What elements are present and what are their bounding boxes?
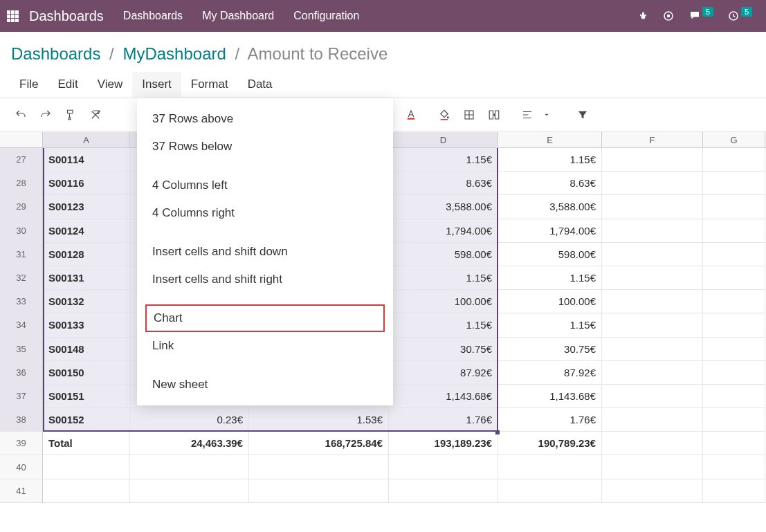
undo-button[interactable] xyxy=(10,104,32,126)
row-number[interactable]: 33 xyxy=(0,290,43,313)
select-all-corner[interactable] xyxy=(0,132,43,147)
fill-color-button[interactable] xyxy=(433,104,455,126)
menu-format[interactable]: Format xyxy=(181,72,238,97)
cell[interactable]: 190,789.23€ xyxy=(498,432,602,455)
cell[interactable]: 598.00€ xyxy=(389,243,498,266)
cell[interactable] xyxy=(602,290,703,313)
cell[interactable]: Total xyxy=(43,432,130,455)
row-number[interactable]: 27 xyxy=(0,148,43,172)
cell[interactable] xyxy=(703,243,765,266)
cell[interactable] xyxy=(249,455,389,479)
insert-new-sheet[interactable]: New sheet xyxy=(137,371,393,398)
cell[interactable]: 1.15€ xyxy=(498,266,602,290)
cell[interactable]: 168,725.84€ xyxy=(249,432,389,455)
nav-configuration[interactable]: Configuration xyxy=(293,10,359,22)
bug-icon[interactable] xyxy=(636,10,648,22)
menu-insert[interactable]: Insert xyxy=(132,72,181,97)
row-number[interactable]: 35 xyxy=(0,338,43,361)
clock-icon[interactable]: 5 xyxy=(727,10,752,22)
cell[interactable]: 1.15€ xyxy=(498,313,602,337)
cell[interactable] xyxy=(703,313,765,337)
row-number[interactable]: 36 xyxy=(0,361,43,385)
row-number[interactable]: 40 xyxy=(0,455,43,479)
cell[interactable]: S00116 xyxy=(43,172,130,195)
cell[interactable]: 1,794.00€ xyxy=(389,219,498,243)
cell[interactable]: 8.63€ xyxy=(498,172,602,195)
cell[interactable]: 1,143.68€ xyxy=(498,385,602,408)
cell[interactable] xyxy=(602,432,703,455)
cell[interactable]: S00150 xyxy=(43,361,130,385)
cell[interactable] xyxy=(703,266,765,290)
clear-format-button[interactable] xyxy=(84,104,107,126)
cell[interactable]: S00151 xyxy=(43,385,130,408)
cell[interactable] xyxy=(703,195,765,219)
cell[interactable]: S00131 xyxy=(43,266,130,290)
col-header-A[interactable]: A xyxy=(43,132,130,147)
row-number[interactable]: 38 xyxy=(0,408,43,432)
cell[interactable]: 1.76€ xyxy=(498,408,602,432)
borders-button[interactable] xyxy=(458,104,480,126)
cell[interactable]: 1.15€ xyxy=(389,266,498,290)
cell[interactable]: S00128 xyxy=(43,243,130,266)
cell[interactable]: 1.15€ xyxy=(389,148,498,172)
cell[interactable] xyxy=(602,219,703,243)
cell[interactable]: 100.00€ xyxy=(498,290,602,313)
cell[interactable]: 1,794.00€ xyxy=(498,219,602,243)
cell[interactable] xyxy=(602,172,703,195)
insert-shift-right[interactable]: Insert cells and shift right xyxy=(137,266,393,293)
cell[interactable] xyxy=(602,455,703,479)
nav-dashboards[interactable]: Dashboards xyxy=(123,10,183,22)
cell[interactable] xyxy=(389,479,498,503)
cell[interactable]: 1.76€ xyxy=(389,408,498,432)
insert-rows-above[interactable]: 37 Rows above xyxy=(137,105,393,133)
cell[interactable] xyxy=(389,455,498,479)
cell[interactable] xyxy=(703,432,765,455)
insert-cols-left[interactable]: 4 Columns left xyxy=(137,172,393,199)
cell[interactable]: 3,588.00€ xyxy=(389,195,498,219)
insert-link[interactable]: Link xyxy=(137,332,393,360)
cell[interactable]: 100.00€ xyxy=(389,290,498,313)
cell[interactable]: S00148 xyxy=(43,338,130,361)
cell[interactable]: 0.23€ xyxy=(130,408,249,432)
cell[interactable] xyxy=(602,313,703,337)
insert-chart[interactable]: Chart xyxy=(145,304,385,332)
row-number[interactable]: 37 xyxy=(0,385,43,408)
row-number[interactable]: 31 xyxy=(0,243,43,266)
menu-data[interactable]: Data xyxy=(238,72,282,97)
cell[interactable] xyxy=(602,408,703,432)
menu-edit[interactable]: Edit xyxy=(48,72,87,97)
cell[interactable]: 1.15€ xyxy=(389,313,498,337)
row-number[interactable]: 29 xyxy=(0,195,43,219)
cell[interactable] xyxy=(703,172,765,195)
cell[interactable]: 1,143.68€ xyxy=(389,385,498,408)
cell[interactable] xyxy=(703,219,765,243)
apps-grid-icon[interactable] xyxy=(7,10,21,22)
redo-button[interactable] xyxy=(35,104,57,126)
cell[interactable]: 87.92€ xyxy=(498,361,602,385)
cell[interactable]: S00114 xyxy=(43,148,130,172)
row-number[interactable]: 32 xyxy=(0,266,43,290)
cell[interactable]: S00132 xyxy=(43,290,130,313)
messages-icon[interactable]: 5 xyxy=(689,10,713,22)
insert-shift-down[interactable]: Insert cells and shift down xyxy=(137,238,393,266)
row-number[interactable]: 41 xyxy=(0,479,43,503)
cell[interactable] xyxy=(602,361,703,385)
cell[interactable] xyxy=(130,479,249,503)
cell[interactable] xyxy=(602,479,703,503)
cell[interactable]: 30.75€ xyxy=(389,338,498,361)
row-number[interactable]: 28 xyxy=(0,172,43,195)
cell[interactable]: 8.63€ xyxy=(389,172,498,195)
cell[interactable] xyxy=(703,148,765,172)
col-header-G[interactable]: G xyxy=(703,132,765,147)
cell[interactable]: 598.00€ xyxy=(498,243,602,266)
row-number[interactable]: 39 xyxy=(0,432,43,455)
cell[interactable]: S00133 xyxy=(43,313,130,337)
cell[interactable] xyxy=(703,479,765,503)
text-color-button[interactable] xyxy=(400,104,422,126)
row-number[interactable]: 30 xyxy=(0,219,43,243)
insert-cols-right[interactable]: 4 Columns right xyxy=(137,199,393,227)
cell[interactable] xyxy=(602,195,703,219)
cell[interactable] xyxy=(43,455,130,479)
cell[interactable] xyxy=(498,479,602,503)
col-header-E[interactable]: E xyxy=(498,132,602,147)
